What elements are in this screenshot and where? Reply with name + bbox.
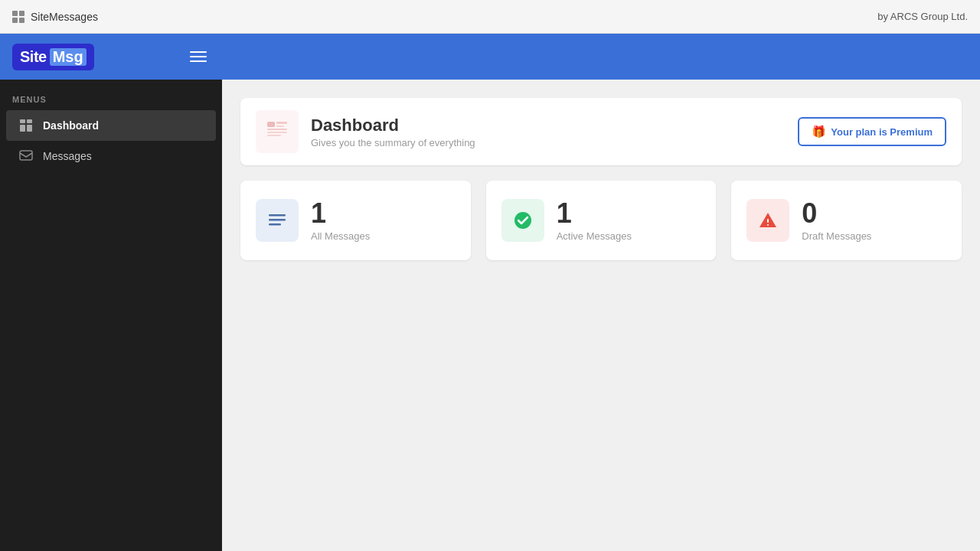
dashboard-icon-box [256,110,299,153]
sidebar-item-dashboard-label: Dashboard [43,119,99,132]
top-bar-credit: by ARCS Group Ltd. [877,11,968,22]
svg-rect-15 [767,219,769,223]
svg-rect-4 [20,151,32,160]
hamburger-line-1 [190,51,207,53]
logo-msg: Msg [50,48,87,66]
active-messages-stat: 1 Active Messages [557,200,632,242]
stat-card-active-messages: 1 Active Messages [486,181,717,260]
svg-rect-0 [20,119,25,123]
svg-rect-2 [20,125,25,132]
sidebar: MENUS Dashboard [0,80,222,551]
dashboard-title: Dashboard [311,116,475,135]
stat-card-draft-messages: 0 Draft Messages [731,181,962,260]
all-messages-icon-box [256,199,299,242]
premium-label: Your plan is Premium [831,126,933,138]
svg-rect-5 [267,122,275,127]
svg-point-14 [514,212,531,229]
gift-icon: 🎁 [812,125,826,139]
svg-rect-7 [276,126,284,127]
app-title: SiteMessages [31,11,98,23]
stat-card-all-messages: 1 All Messages [240,181,471,260]
sidebar-item-messages[interactable]: Messages [6,141,216,171]
hamburger-button[interactable] [187,48,210,65]
svg-rect-8 [267,129,287,130]
premium-badge-button[interactable]: 🎁 Your plan is Premium [798,117,946,146]
active-messages-icon-box [501,199,544,242]
draft-messages-count: 0 [802,200,871,227]
svg-rect-10 [267,135,281,136]
dashboard-icon [18,118,34,133]
logo: Site Msg [12,44,94,70]
app-container: Site Msg MENUS [0,34,980,551]
sidebar-section-label: MENUS [0,95,222,104]
stats-grid: 1 All Messages 1 Active Messages [240,181,962,260]
all-messages-stat: 1 All Messages [311,200,370,242]
logo-site: Site [20,48,47,66]
hamburger-line-3 [190,60,207,62]
main-body: MENUS Dashboard [0,80,980,551]
svg-rect-16 [767,224,769,226]
dashboard-subtitle: Gives you the summary of everything [311,137,475,148]
top-bar-left: SiteMessages [12,11,98,23]
svg-rect-9 [267,132,287,133]
all-messages-label: All Messages [311,230,370,242]
svg-rect-3 [27,125,32,132]
dashboard-header: Dashboard Gives you the summary of every… [240,98,962,165]
svg-rect-11 [269,214,286,217]
sidebar-item-messages-label: Messages [43,150,92,162]
content-area: Dashboard Gives you the summary of every… [222,80,980,551]
hamburger-line-2 [190,56,207,57]
logo-area: Site Msg [0,44,222,70]
draft-messages-icon-box [746,199,789,242]
draft-messages-label: Draft Messages [802,230,871,242]
svg-rect-12 [269,219,286,221]
app-icon [12,11,24,23]
header-nav: Site Msg [0,34,980,80]
top-bar: SiteMessages by ARCS Group Ltd. [0,0,980,34]
draft-messages-stat: 0 Draft Messages [802,200,871,242]
sidebar-item-dashboard[interactable]: Dashboard [6,110,216,141]
active-messages-label: Active Messages [557,230,632,242]
dashboard-text: Dashboard Gives you the summary of every… [311,116,475,148]
svg-rect-13 [269,223,281,226]
all-messages-count: 1 [311,200,370,227]
dashboard-header-left: Dashboard Gives you the summary of every… [256,110,475,153]
messages-icon [18,148,34,164]
svg-rect-6 [276,122,287,124]
svg-rect-1 [27,119,32,123]
active-messages-count: 1 [557,200,632,227]
